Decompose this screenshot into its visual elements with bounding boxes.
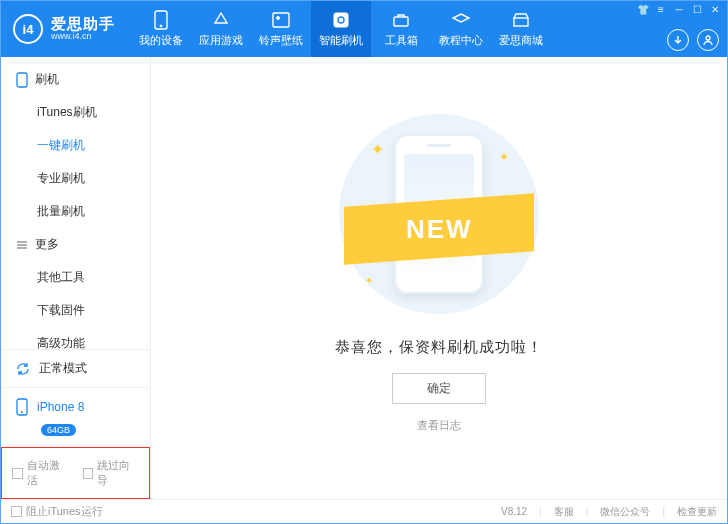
view-log-link[interactable]: 查看日志: [417, 418, 461, 433]
refresh-icon: [15, 361, 31, 377]
tab-shop[interactable]: 爱思商城: [491, 1, 551, 57]
close-icon[interactable]: ✕: [709, 3, 721, 15]
device-mode[interactable]: 正常模式: [1, 350, 150, 388]
ok-button[interactable]: 确定: [392, 373, 486, 404]
sidebar: 刷机 iTunes刷机 一键刷机 专业刷机 批量刷机 更多 其他工具 下载固件 …: [1, 57, 151, 499]
sidebar-item-itunes-flash[interactable]: iTunes刷机: [1, 96, 150, 129]
logo-icon: i4: [13, 14, 43, 44]
svg-rect-8: [17, 73, 27, 87]
logo-subtitle: www.i4.cn: [51, 32, 115, 42]
sidebar-group-more: 更多: [1, 228, 150, 261]
tab-smart-flash[interactable]: 智能刷机: [311, 1, 371, 57]
sidebar-item-download-firmware[interactable]: 下载固件: [1, 294, 150, 327]
logo-title: 爱思助手: [51, 16, 115, 33]
top-tabs: 我的设备 应用游戏 铃声壁纸 智能刷机 工具箱 教程中心: [131, 1, 551, 57]
tab-tutorials[interactable]: 教程中心: [431, 1, 491, 57]
svg-rect-4: [334, 13, 348, 27]
svg-rect-2: [273, 13, 289, 27]
new-ribbon: NEW: [344, 193, 534, 264]
tab-toolbox[interactable]: 工具箱: [371, 1, 431, 57]
success-illustration: ✦ ✦ ✦ NEW: [339, 114, 539, 314]
checkbox-skip-wizard[interactable]: 跳过向导: [83, 458, 140, 488]
svg-point-3: [277, 17, 280, 20]
maximize-icon[interactable]: ☐: [691, 3, 703, 15]
sidebar-item-other-tools[interactable]: 其他工具: [1, 261, 150, 294]
svg-rect-6: [514, 18, 528, 26]
toolbox-icon: [391, 10, 411, 30]
wechat-link[interactable]: 微信公众号: [600, 505, 650, 519]
apps-icon: [211, 10, 231, 30]
user-button[interactable]: [697, 29, 719, 51]
svg-point-7: [706, 36, 710, 40]
sidebar-item-oneclick-flash[interactable]: 一键刷机: [1, 129, 150, 162]
star-icon: ✦: [499, 150, 509, 164]
svg-rect-5: [394, 17, 408, 26]
tab-ringtones[interactable]: 铃声壁纸: [251, 1, 311, 57]
app-header: i4 爱思助手 www.i4.cn 我的设备 应用游戏 铃声壁纸 智能刷机: [1, 1, 727, 57]
sidebar-item-pro-flash[interactable]: 专业刷机: [1, 162, 150, 195]
star-icon: ✦: [371, 140, 384, 159]
logo: i4 爱思助手 www.i4.cn: [1, 14, 127, 44]
download-button[interactable]: [667, 29, 689, 51]
checkbox-block-itunes[interactable]: 阻止iTunes运行: [11, 504, 103, 519]
version-label: V8.12: [501, 506, 527, 517]
check-update-link[interactable]: 检查更新: [677, 505, 717, 519]
flash-options-highlight: 自动激活 跳过向导: [1, 447, 150, 499]
tab-my-device[interactable]: 我的设备: [131, 1, 191, 57]
device-info[interactable]: iPhone 8 64GB: [1, 388, 150, 447]
sidebar-group-flash: 刷机: [1, 63, 150, 96]
star-icon: ✦: [365, 275, 373, 286]
tab-apps[interactable]: 应用游戏: [191, 1, 251, 57]
statusbar: 阻止iTunes运行 V8.12 | 客服 | 微信公众号 | 检查更新: [1, 499, 727, 523]
graduation-cap-icon: [451, 10, 471, 30]
svg-point-10: [21, 411, 23, 413]
phone-icon: [15, 398, 29, 416]
svg-point-1: [160, 25, 162, 27]
skin-icon[interactable]: 👕: [637, 3, 649, 15]
storage-badge: 64GB: [41, 424, 76, 436]
main-content: ✦ ✦ ✦ NEW 恭喜您，保资料刷机成功啦！ 确定 查看日志: [151, 57, 727, 499]
success-message: 恭喜您，保资料刷机成功啦！: [335, 338, 543, 357]
support-link[interactable]: 客服: [554, 505, 574, 519]
phone-icon: [151, 10, 171, 30]
sidebar-item-batch-flash[interactable]: 批量刷机: [1, 195, 150, 228]
image-icon: [271, 10, 291, 30]
window-buttons: 👕 ≡ ─ ☐ ✕: [637, 3, 721, 15]
checkbox-auto-activate[interactable]: 自动激活: [12, 458, 69, 488]
sidebar-item-advanced[interactable]: 高级功能: [1, 327, 150, 349]
menu-icon[interactable]: ≡: [655, 3, 667, 15]
refresh-icon: [331, 10, 351, 30]
shop-icon: [511, 10, 531, 30]
minimize-icon[interactable]: ─: [673, 3, 685, 15]
